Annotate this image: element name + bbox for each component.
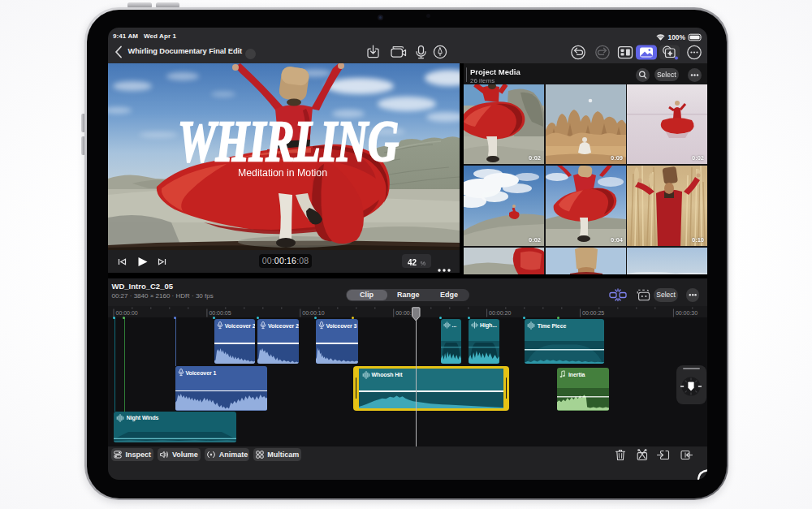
svg-text:WHIRLING: WHIRLING	[178, 109, 399, 174]
svg-text:Meditation in Motion: Meditation in Motion	[238, 167, 327, 179]
svg-text:100%: 100%	[668, 33, 686, 41]
